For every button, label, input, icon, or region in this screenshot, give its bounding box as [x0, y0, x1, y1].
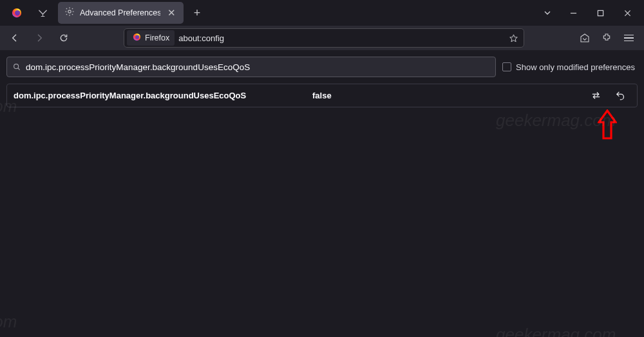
minimize-button[interactable]	[560, 3, 586, 23]
about-config-content: Show only modified preferences dom.ipc.p…	[0, 50, 644, 114]
close-window-button[interactable]	[614, 3, 640, 23]
search-box[interactable]	[6, 57, 496, 77]
tab-title: Advanced Preferences	[80, 8, 160, 17]
watermark: geekermag.com	[496, 325, 616, 337]
tab-bar: Advanced Preferences ✕ +	[0, 0, 644, 26]
save-to-pocket-button[interactable]	[574, 28, 595, 48]
svg-point-8	[135, 35, 139, 39]
show-modified-label: Show only modified preferences	[516, 62, 635, 72]
forward-button[interactable]	[30, 28, 49, 48]
firefox-home-tab[interactable]	[5, 2, 28, 24]
svg-point-2	[68, 10, 71, 13]
checkbox-icon	[502, 62, 511, 71]
svg-rect-4	[598, 10, 603, 15]
bookmark-star-button[interactable]	[506, 33, 521, 43]
window-controls	[560, 3, 644, 23]
search-row: Show only modified preferences	[6, 57, 638, 77]
pref-table: dom.ipc.processPriorityManager.backgroun…	[6, 84, 638, 107]
reload-button[interactable]	[54, 28, 73, 48]
list-tabs-button[interactable]	[535, 3, 560, 23]
urlbar-wrap: Firefox about:config	[124, 28, 524, 48]
pref-name[interactable]: dom.ipc.processPriorityManager.backgroun…	[14, 91, 303, 100]
urlbar[interactable]: Firefox about:config	[124, 28, 524, 48]
pref-value: false	[303, 91, 585, 100]
pref-actions	[585, 87, 630, 104]
pocket-tab[interactable]	[31, 2, 54, 24]
svg-point-9	[14, 64, 19, 69]
back-button[interactable]	[5, 28, 24, 48]
undo-icon	[615, 90, 626, 101]
svg-point-1	[15, 10, 20, 15]
toggle-button[interactable]	[585, 87, 606, 104]
search-icon	[12, 62, 21, 71]
app-menu-button[interactable]	[618, 28, 639, 48]
pinned-tabs	[5, 2, 54, 24]
annotation-arrow	[598, 109, 617, 143]
url-text: about:config	[178, 33, 502, 43]
reset-button[interactable]	[610, 87, 630, 104]
toolbar-right	[574, 28, 639, 48]
svg-line-10	[18, 68, 20, 70]
toolbar: Firefox about:config	[0, 26, 644, 50]
swap-icon	[591, 90, 601, 101]
pref-row: dom.ipc.processPriorityManager.backgroun…	[7, 84, 637, 107]
extensions-button[interactable]	[596, 28, 617, 48]
maximize-button[interactable]	[587, 3, 613, 23]
show-only-modified-checkbox[interactable]: Show only modified preferences	[502, 62, 638, 72]
search-input[interactable]	[26, 62, 490, 72]
close-icon[interactable]: ✕	[166, 7, 177, 19]
gear-icon	[64, 6, 75, 19]
identity-box[interactable]: Firefox	[127, 30, 175, 46]
tab-advanced-preferences[interactable]: Advanced Preferences ✕	[58, 2, 184, 24]
hamburger-icon	[624, 35, 634, 42]
watermark: geekermag.com	[0, 312, 17, 332]
new-tab-button[interactable]: +	[186, 2, 208, 24]
identity-label: Firefox	[145, 33, 169, 42]
firefox-icon	[132, 32, 142, 44]
